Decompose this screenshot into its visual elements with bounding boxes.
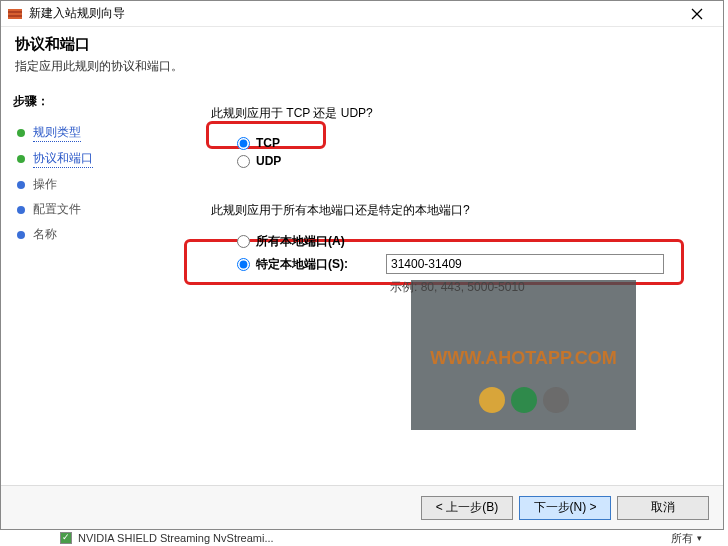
step-profile: 配置文件 — [17, 197, 179, 222]
step-label: 操作 — [33, 176, 57, 193]
background-item-text: NVIDIA SHIELD Streaming NvStreami... — [78, 532, 274, 544]
close-button[interactable] — [677, 1, 717, 27]
step-link[interactable]: 协议和端口 — [33, 150, 93, 168]
wizard-body: 步骤： 规则类型 协议和端口 操作 配置文件 名称 — [1, 85, 723, 515]
next-button[interactable]: 下一步(N) > — [519, 496, 611, 520]
port-input[interactable] — [386, 254, 664, 274]
watermark-overlay: WWW.AHOTAPP.COM — [411, 280, 636, 430]
bullet-icon — [17, 181, 25, 189]
step-label: 名称 — [33, 226, 57, 243]
svg-rect-2 — [8, 13, 22, 15]
wizard-footer: < 上一步(B) 下一步(N) > 取消 — [1, 485, 723, 529]
titlebar: 新建入站规则向导 — [1, 1, 723, 27]
port-radio-group: 所有本地端口(A) 特定本地端口(S): 示例: 80, 443, 5000-5… — [237, 231, 703, 296]
bullet-icon — [17, 206, 25, 214]
steps-heading: 步骤： — [13, 93, 179, 110]
step-label: 配置文件 — [33, 201, 81, 218]
port-example-text: 示例: 80, 443, 5000-5010 — [390, 279, 703, 296]
back-button[interactable]: < 上一步(B) — [421, 496, 513, 520]
svg-rect-1 — [8, 9, 22, 11]
step-name: 名称 — [17, 222, 179, 247]
page-header: 协议和端口 指定应用此规则的协议和端口。 — [1, 27, 723, 85]
radio-all-ports-row: 所有本地端口(A) — [237, 231, 703, 252]
chevron-down-icon: ▾ — [697, 533, 702, 543]
radio-specific-ports[interactable] — [237, 258, 250, 271]
bullet-icon — [17, 155, 25, 163]
check-icon — [60, 532, 72, 544]
bullet-icon — [17, 231, 25, 239]
radio-tcp-row: TCP — [237, 134, 703, 152]
step-rule-type: 规则类型 — [17, 120, 179, 146]
radio-tcp-label: TCP — [256, 136, 280, 150]
protocol-question: 此规则应用于 TCP 还是 UDP? — [211, 105, 703, 122]
radio-all-ports-label: 所有本地端口(A) — [256, 233, 345, 250]
radio-udp[interactable] — [237, 155, 250, 168]
steps-sidebar: 步骤： 规则类型 协议和端口 操作 配置文件 名称 — [1, 85, 191, 515]
radio-udp-row: UDP — [237, 152, 703, 170]
radio-udp-label: UDP — [256, 154, 281, 168]
step-link[interactable]: 规则类型 — [33, 124, 81, 142]
cancel-button[interactable]: 取消 — [617, 496, 709, 520]
radio-specific-ports-row: 特定本地端口(S): — [237, 252, 703, 276]
radio-tcp[interactable] — [237, 137, 250, 150]
watermark-circles — [411, 387, 636, 416]
close-icon — [691, 8, 703, 20]
svg-rect-3 — [8, 17, 22, 19]
wizard-main: WWW.AHOTAPP.COM 此规则应用于 TCP 还是 UDP? TCP U… — [191, 85, 723, 515]
window-title: 新建入站规则向导 — [29, 5, 677, 22]
wizard-window: 新建入站规则向导 协议和端口 指定应用此规则的协议和端口。 步骤： 规则类型 协… — [0, 0, 724, 530]
page-description: 指定应用此规则的协议和端口。 — [15, 58, 709, 75]
step-action: 操作 — [17, 172, 179, 197]
bullet-icon — [17, 129, 25, 137]
firewall-icon — [7, 6, 23, 22]
background-item-right: 所有 ▾ — [671, 531, 702, 546]
step-protocol-ports: 协议和端口 — [17, 146, 179, 172]
radio-specific-ports-label: 特定本地端口(S): — [256, 256, 386, 273]
port-question: 此规则应用于所有本地端口还是特定的本地端口? — [211, 202, 703, 219]
watermark-text: WWW.AHOTAPP.COM — [411, 348, 636, 369]
background-item-right-text: 所有 — [671, 531, 693, 546]
radio-all-ports[interactable] — [237, 235, 250, 248]
protocol-radio-group: TCP UDP — [237, 134, 703, 170]
background-list-row: NVIDIA SHIELD Streaming NvStreami... 所有 … — [60, 530, 718, 546]
page-title: 协议和端口 — [15, 35, 709, 54]
